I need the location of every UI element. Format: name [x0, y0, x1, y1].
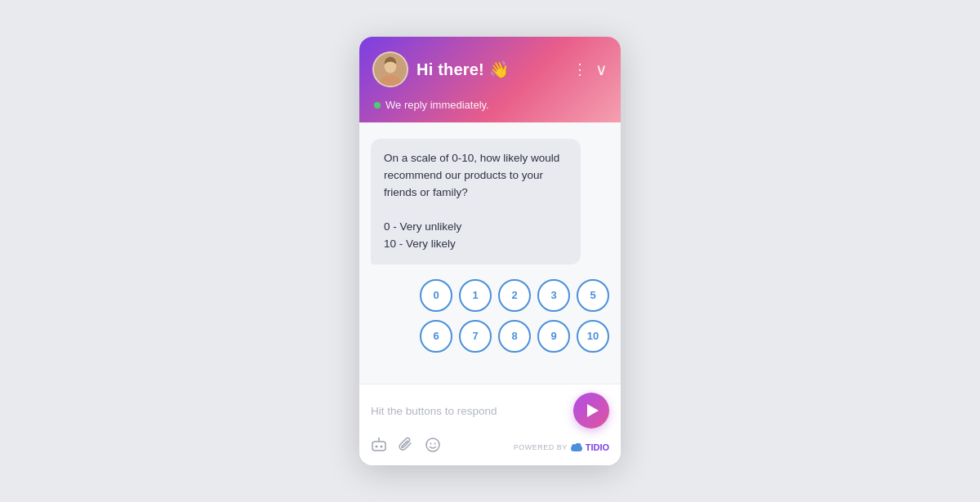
svg-point-10 [430, 443, 432, 445]
rating-btn-3[interactable]: 3 [537, 279, 570, 312]
svg-point-6 [381, 446, 383, 448]
footer-input-area: Hit the buttons to respond [371, 393, 609, 429]
rating-btn-1[interactable]: 1 [459, 279, 492, 312]
header-icons: ⋮ ∨ [572, 60, 608, 79]
emoji-icon[interactable] [425, 437, 441, 457]
online-status-dot [374, 102, 381, 109]
collapse-button[interactable]: ∨ [595, 60, 608, 79]
rating-buttons: 0 1 2 3 5 6 7 8 9 10 [371, 279, 609, 353]
status-text: We reply immediately. [385, 99, 489, 111]
avatar [372, 51, 408, 87]
bot-message-bubble: On a scale of 0-10, how likely would rec… [371, 139, 581, 264]
chat-footer: Hit the buttons to respond [359, 384, 621, 465]
rating-btn-9[interactable]: 9 [537, 320, 570, 353]
footer-tools: POWERED BY TIDIO [371, 437, 609, 457]
message-text: On a scale of 0-10, how likely would rec… [384, 150, 568, 253]
more-options-button[interactable]: ⋮ [572, 60, 587, 78]
chat-widget: Hi there! 👋 ⋮ ∨ We reply immediately. On… [359, 37, 621, 465]
header-title: Hi there! 👋 [416, 60, 564, 79]
rating-row-2: 6 7 8 9 10 [420, 320, 609, 353]
tidio-brand: TIDIO [586, 442, 609, 452]
rating-btn-0[interactable]: 0 [420, 279, 452, 312]
rating-btn-6[interactable]: 6 [420, 320, 452, 353]
input-placeholder: Hit the buttons to respond [371, 405, 573, 417]
rating-btn-8[interactable]: 8 [498, 320, 531, 353]
svg-point-8 [378, 438, 380, 439]
chat-body: On a scale of 0-10, how likely would rec… [359, 122, 621, 384]
svg-point-5 [376, 446, 378, 448]
send-icon [587, 404, 599, 417]
status-bar: We reply immediately. [372, 96, 608, 111]
rating-btn-2[interactable]: 2 [498, 279, 531, 312]
svg-point-11 [434, 443, 436, 445]
rating-btn-10[interactable]: 10 [577, 320, 609, 353]
rating-btn-5[interactable]: 5 [577, 279, 609, 312]
rating-btn-7[interactable]: 7 [459, 320, 492, 353]
bot-icon[interactable] [371, 437, 387, 457]
powered-by-label: POWERED BY [514, 443, 568, 451]
attachment-icon[interactable] [399, 437, 413, 457]
rating-row-1: 0 1 2 3 5 [420, 279, 609, 312]
send-button[interactable] [573, 393, 609, 429]
svg-rect-4 [372, 442, 385, 451]
powered-by: POWERED BY TIDIO [514, 442, 609, 452]
chat-header: Hi there! 👋 ⋮ ∨ We reply immediately. [359, 37, 621, 122]
svg-point-9 [426, 438, 439, 451]
tidio-cloud-icon [571, 443, 582, 451]
